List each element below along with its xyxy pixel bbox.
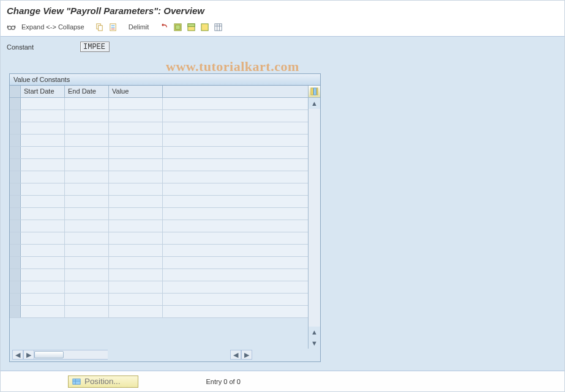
- table-row[interactable]: [10, 257, 308, 269]
- cell-end-date[interactable]: [65, 110, 109, 122]
- cell-start-date[interactable]: [21, 171, 65, 183]
- hscroll-right2-icon[interactable]: ▶: [241, 350, 252, 360]
- cell-end-date[interactable]: [65, 171, 109, 183]
- cell-end-date[interactable]: [65, 269, 109, 281]
- table-row[interactable]: [10, 294, 308, 306]
- row-selector[interactable]: [10, 135, 21, 146]
- hscroll-track-left[interactable]: [34, 350, 108, 360]
- table-settings-icon[interactable]: [212, 21, 223, 32]
- cell-value[interactable]: [109, 183, 163, 195]
- cell-end-date[interactable]: [65, 183, 109, 195]
- cell-start-date[interactable]: [21, 159, 65, 171]
- cell-end-date[interactable]: [65, 208, 109, 220]
- row-selector[interactable]: [10, 306, 21, 317]
- cell-value[interactable]: [109, 232, 163, 244]
- hscroll-thumb[interactable]: [34, 351, 64, 358]
- cell-end-date[interactable]: [65, 306, 109, 317]
- column-start-date[interactable]: Start Date: [21, 86, 65, 97]
- cell-start-date[interactable]: [21, 257, 65, 268]
- cell-value[interactable]: [109, 147, 163, 158]
- table-row[interactable]: [10, 159, 308, 171]
- cell-value[interactable]: [109, 98, 163, 109]
- cell-end-date[interactable]: [65, 232, 109, 244]
- cell-value[interactable]: [109, 294, 163, 305]
- row-selector[interactable]: [10, 208, 21, 220]
- configure-columns-icon[interactable]: [309, 86, 320, 98]
- table-row[interactable]: [10, 245, 308, 257]
- select-block-icon[interactable]: [185, 21, 196, 32]
- table-row[interactable]: [10, 196, 308, 208]
- column-end-date[interactable]: End Date: [65, 86, 109, 97]
- cell-end-date[interactable]: [65, 294, 109, 305]
- cell-end-date[interactable]: [65, 245, 109, 256]
- column-value[interactable]: Value: [109, 86, 163, 97]
- delimit-button[interactable]: Delimit: [129, 23, 149, 31]
- table-row[interactable]: [10, 171, 308, 183]
- cell-end-date[interactable]: [65, 257, 109, 268]
- cell-value[interactable]: [109, 220, 163, 232]
- cell-start-date[interactable]: [21, 196, 65, 207]
- cell-end-date[interactable]: [65, 147, 109, 158]
- position-button[interactable]: Position...: [68, 375, 138, 388]
- delete-rows-icon[interactable]: [108, 21, 119, 32]
- row-selector[interactable]: [10, 269, 21, 281]
- cell-end-date[interactable]: [65, 98, 109, 109]
- row-selector[interactable]: [10, 183, 21, 195]
- table-row[interactable]: [10, 232, 308, 245]
- row-selector[interactable]: [10, 220, 21, 232]
- cell-value[interactable]: [109, 306, 163, 317]
- cell-start-date[interactable]: [21, 147, 65, 158]
- table-row[interactable]: [10, 269, 308, 281]
- cell-start-date[interactable]: [21, 98, 65, 109]
- glasses-icon[interactable]: [6, 21, 17, 32]
- cell-end-date[interactable]: [65, 281, 109, 293]
- cell-start-date[interactable]: [21, 183, 65, 195]
- row-selector[interactable]: [10, 245, 21, 256]
- cell-start-date[interactable]: [21, 135, 65, 146]
- select-all-icon[interactable]: [172, 21, 183, 32]
- row-selector[interactable]: [10, 147, 21, 158]
- table-row[interactable]: [10, 281, 308, 294]
- table-row[interactable]: [10, 306, 308, 318]
- table-row[interactable]: [10, 122, 308, 135]
- cell-start-date[interactable]: [21, 122, 65, 134]
- cell-value[interactable]: [109, 281, 163, 293]
- expand-collapse-button[interactable]: Expand <-> Collapse: [21, 23, 84, 31]
- cell-start-date[interactable]: [21, 232, 65, 244]
- table-row[interactable]: [10, 135, 308, 147]
- cell-start-date[interactable]: [21, 245, 65, 256]
- table-row[interactable]: [10, 98, 308, 110]
- cell-start-date[interactable]: [21, 269, 65, 281]
- cell-value[interactable]: [109, 208, 163, 220]
- hscroll-left-icon[interactable]: ◀: [12, 350, 23, 360]
- row-selector[interactable]: [10, 294, 21, 305]
- row-selector[interactable]: [10, 159, 21, 171]
- undo-icon[interactable]: [159, 21, 170, 32]
- cell-start-date[interactable]: [21, 220, 65, 232]
- table-row[interactable]: [10, 208, 308, 220]
- cell-value[interactable]: [109, 196, 163, 207]
- vscroll-track[interactable]: [309, 109, 320, 327]
- cell-start-date[interactable]: [21, 294, 65, 305]
- cell-value[interactable]: [109, 269, 163, 281]
- table-row[interactable]: [10, 147, 308, 159]
- scroll-down-icon[interactable]: ▲: [309, 327, 320, 338]
- cell-start-date[interactable]: [21, 281, 65, 293]
- table-row[interactable]: [10, 110, 308, 122]
- hscroll-left2-icon[interactable]: ◀: [230, 350, 241, 360]
- row-selector[interactable]: [10, 110, 21, 122]
- cell-end-date[interactable]: [65, 159, 109, 171]
- cell-value[interactable]: [109, 257, 163, 268]
- row-selector[interactable]: [10, 98, 21, 109]
- row-selector[interactable]: [10, 281, 21, 293]
- table-row[interactable]: [10, 183, 308, 196]
- cell-end-date[interactable]: [65, 196, 109, 207]
- scroll-up-icon[interactable]: ▲: [309, 98, 320, 109]
- row-selector[interactable]: [10, 196, 21, 207]
- row-selector[interactable]: [10, 171, 21, 183]
- row-selector[interactable]: [10, 232, 21, 244]
- hscroll-right-step-icon[interactable]: ▶: [23, 350, 34, 360]
- table-row[interactable]: [10, 220, 308, 232]
- row-selector-header[interactable]: [10, 86, 21, 97]
- cell-end-date[interactable]: [65, 220, 109, 232]
